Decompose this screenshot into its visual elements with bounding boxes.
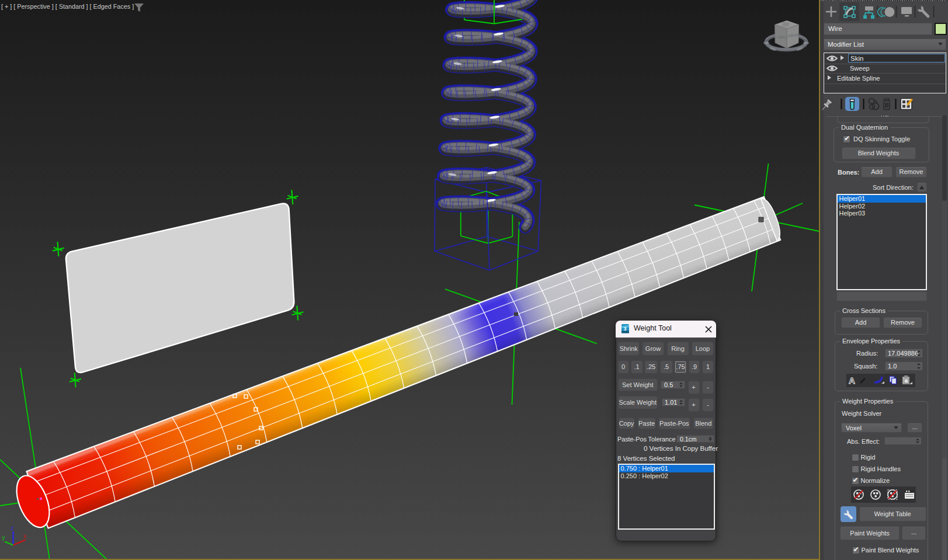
svg-text:y: y [2,534,5,541]
svg-text:3: 3 [624,326,627,332]
svg-text:A: A [849,375,855,385]
svg-text:x: x [23,533,26,540]
svg-text:z: z [11,525,14,531]
